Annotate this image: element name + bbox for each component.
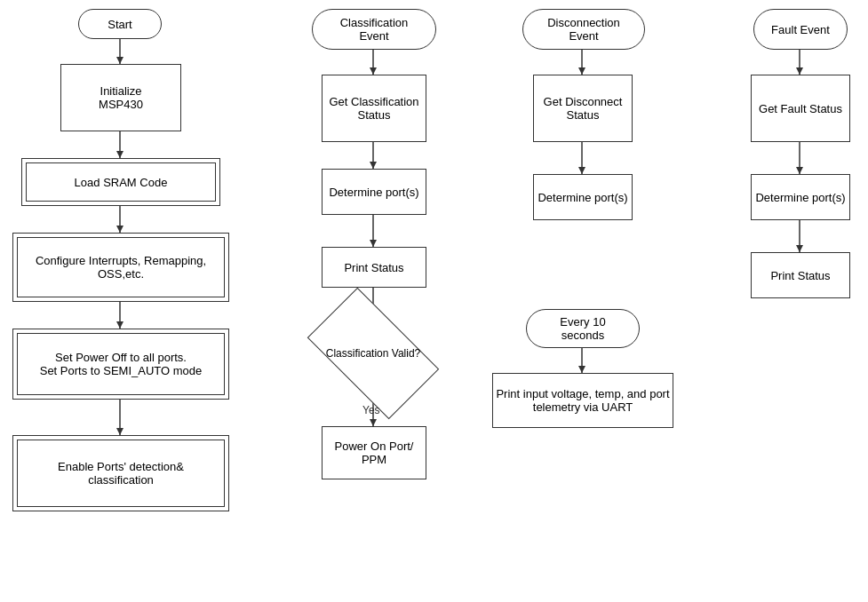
power-on-port-node: Power On Port/ PPM (322, 426, 426, 479)
config-interrupts-node: Configure Interrupts, Remapping, OSS,etc… (12, 233, 229, 302)
print-telemetry-label: Print input voltage, temp, and port tele… (496, 387, 669, 414)
classification-event-node: Classification Event (312, 9, 436, 50)
print-telemetry-node: Print input voltage, temp, and port tele… (492, 373, 673, 428)
get-fault-status-label: Get Fault Status (759, 102, 842, 115)
svg-marker-19 (370, 419, 377, 426)
get-class-status-node: Get Classification Status (322, 75, 426, 142)
svg-marker-7 (116, 321, 123, 329)
print-status-c-node: Print Status (322, 247, 426, 288)
svg-marker-1 (116, 57, 123, 64)
set-power-label: Set Power Off to all ports. Set Ports to… (40, 351, 203, 377)
classification-event-label: Classification Event (325, 16, 423, 43)
disconnection-event-label: Disconnection Event (536, 16, 632, 43)
every-10s-label: Every 10 seconds (539, 315, 626, 342)
start-label: Start (108, 18, 131, 31)
svg-marker-5 (116, 226, 123, 233)
every-10s-node: Every 10 seconds (526, 309, 640, 348)
disconnection-event-node: Disconnection Event (522, 9, 645, 50)
get-disconnect-status-label: Get Disconnect Status (544, 95, 623, 122)
get-fault-status-node: Get Fault Status (751, 75, 850, 142)
yes-label: Yes (362, 404, 380, 416)
class-valid-label: Classification Valid? (326, 347, 421, 360)
svg-marker-13 (370, 162, 377, 169)
determine-ports-d-node: Determine port(s) (533, 174, 633, 220)
determine-ports-f-node: Determine port(s) (751, 174, 850, 220)
determine-ports-f-label: Determine port(s) (755, 191, 845, 204)
power-on-port-label: Power On Port/ PPM (335, 440, 414, 466)
fault-event-label: Fault Event (771, 23, 830, 36)
print-status-c-label: Print Status (344, 261, 403, 274)
init-msp-node: Initialize MSP430 (60, 64, 181, 131)
load-sram-node: Load SRAM Code (21, 158, 220, 206)
enable-ports-node: Enable Ports' detection& classification (12, 435, 229, 511)
set-power-node: Set Power Off to all ports. Set Ports to… (12, 329, 229, 400)
svg-marker-23 (578, 167, 585, 174)
fault-event-node: Fault Event (753, 9, 848, 50)
enable-ports-label: Enable Ports' detection& classification (58, 460, 184, 487)
load-sram-label: Load SRAM Code (75, 176, 168, 189)
svg-marker-25 (578, 366, 585, 373)
svg-marker-27 (796, 67, 803, 75)
start-node: Start (78, 9, 162, 39)
svg-marker-11 (370, 67, 377, 75)
print-status-f-node: Print Status (751, 252, 850, 298)
get-class-status-label: Get Classification Status (329, 95, 418, 122)
config-interrupts-label: Configure Interrupts, Remapping, OSS,etc… (36, 254, 206, 281)
print-status-f-label: Print Status (770, 269, 830, 282)
svg-marker-15 (370, 240, 377, 247)
determine-ports-c-label: Determine port(s) (329, 186, 418, 199)
svg-marker-31 (796, 245, 803, 252)
flowchart: Start Initialize MSP430 Load SRAM Code C… (0, 0, 868, 602)
determine-ports-c-node: Determine port(s) (322, 169, 426, 215)
svg-marker-9 (116, 428, 123, 435)
determine-ports-d-label: Determine port(s) (538, 191, 627, 204)
init-msp-label: Initialize MSP430 (99, 84, 143, 111)
class-valid-node: Classification Valid? (315, 318, 431, 389)
get-disconnect-status-node: Get Disconnect Status (533, 75, 633, 142)
svg-marker-21 (578, 67, 585, 75)
svg-marker-3 (116, 151, 123, 158)
svg-marker-29 (796, 167, 803, 174)
